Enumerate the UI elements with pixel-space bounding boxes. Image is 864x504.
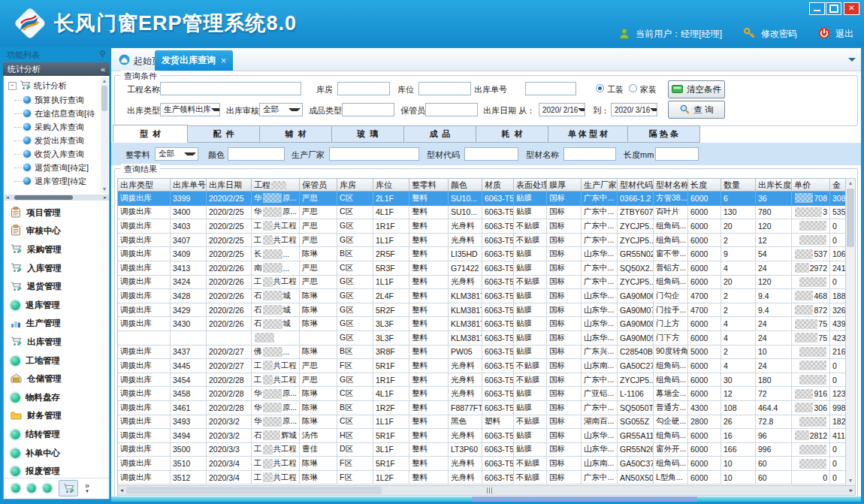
table-cell[interactable]: 439	[830, 317, 846, 330]
table-row[interactable]: G区3L3F整料KLM38176063-T5贴膜国标山东华...GA90M09.…	[118, 331, 846, 346]
table-cell[interactable]: 5R1F	[373, 359, 409, 373]
table-cell[interactable]: 组角码...	[654, 219, 688, 233]
table-cell[interactable]: 严思	[300, 359, 337, 373]
table-cell[interactable]: 山东华...	[582, 289, 618, 303]
sidebar-item-审核中心[interactable]: 审核中心	[4, 222, 109, 241]
table-cell[interactable]: 广东中...	[582, 219, 618, 233]
table-cell[interactable]: 国标	[547, 429, 582, 442]
table-cell[interactable]: 20	[721, 219, 756, 233]
table-cell[interactable]: 2020/2/26	[207, 276, 252, 289]
table-cell[interactable]: LI35HD	[449, 247, 482, 261]
outbound-no-input[interactable]	[525, 82, 576, 95]
table-cell[interactable]: GA90M09.	[618, 331, 654, 345]
table-cell[interactable]: 3409	[171, 247, 207, 261]
table-cell[interactable]: 广亚铝...	[582, 387, 618, 400]
table-cell[interactable]: 陈琳	[300, 346, 337, 359]
material-tab-7[interactable]: 单 体 型 材	[548, 125, 628, 143]
table-cell[interactable]: 6000	[688, 219, 721, 233]
table-cell[interactable]: 塑料	[482, 415, 514, 429]
table-cell[interactable]: 2020/3/2	[207, 429, 252, 442]
table-cell[interactable]: 106	[830, 247, 846, 261]
table-cell[interactable]: 石城	[252, 303, 300, 317]
table-cell[interactable]: 188	[830, 289, 846, 303]
table-cell[interactable]: 6000	[688, 387, 721, 400]
table-cell[interactable]: 60	[756, 471, 792, 484]
table-cell[interactable]: 广东兴...	[582, 346, 618, 359]
table-cell[interactable]: G区	[337, 373, 373, 387]
table-cell[interactable]: 不贴膜	[514, 219, 547, 233]
table-cell[interactable]: GA90M08.	[618, 317, 654, 330]
table-cell[interactable]: 6000	[688, 234, 721, 247]
sidebar-item-结转管理[interactable]: 结转管理	[4, 425, 109, 444]
manufacturer-input[interactable]	[329, 147, 419, 161]
scroll-left-icon[interactable]: ◄	[118, 486, 125, 495]
table-cell[interactable]: GA50C37	[618, 457, 654, 470]
table-cell[interactable]: 3494	[171, 429, 207, 442]
table-cell[interactable]: 6063-T5	[482, 192, 514, 205]
table-cell[interactable]: 普铝方...	[654, 261, 688, 275]
table-cell[interactable]	[207, 331, 252, 345]
column-header[interactable]: 出库单号	[171, 179, 207, 191]
table-cell[interactable]: 5R1F	[373, 429, 409, 442]
table-cell[interactable]: 国标	[547, 331, 582, 345]
table-cell[interactable]: 光身料	[449, 276, 482, 289]
tree-item[interactable]: 预算执行查询	[23, 93, 109, 107]
sidebar-item-工地管理[interactable]: 工地管理	[4, 352, 109, 370]
sidebar-item-财务管理[interactable]: 财务管理	[4, 407, 109, 426]
table-cell[interactable]: 整料	[409, 206, 449, 219]
table-cell[interactable]: SG055Z	[618, 415, 654, 429]
table-cell[interactable]: C区	[337, 206, 373, 219]
keeper-input[interactable]	[425, 103, 478, 116]
table-cell[interactable]: 方管38...	[654, 192, 688, 205]
table-cell[interactable]: 2020/3/4	[207, 471, 252, 484]
table-row[interactable]: 调拨出库34002020/2/25华原...严思C区4L1F整料SU10...6…	[118, 206, 846, 220]
table-cell[interactable]: ZYCJP5...	[618, 276, 654, 289]
table-cell[interactable]: 国标	[547, 387, 582, 400]
table-cell[interactable]: 12	[756, 234, 792, 247]
table-cell[interactable]: 调拨出库	[118, 471, 171, 484]
table-cell[interactable]: 6063-T5	[482, 261, 514, 275]
table-cell[interactable]: 120	[756, 219, 792, 233]
material-tab-6[interactable]: 耗 材	[476, 125, 548, 143]
table-cell[interactable]: 0	[830, 219, 846, 233]
table-cell[interactable]: 广东中...	[582, 471, 618, 484]
table-cell[interactable]: 120	[756, 276, 792, 289]
table-cell[interactable]: 陈琳	[300, 247, 337, 261]
table-cell[interactable]: 国标	[547, 276, 582, 289]
table-cell[interactable]: G区	[337, 289, 373, 303]
table-cell[interactable]: 6000	[688, 429, 721, 442]
scroll-thumb[interactable]	[101, 86, 107, 111]
table-cell[interactable]: 10	[721, 471, 756, 484]
table-cell[interactable]: 6063-T5	[482, 289, 514, 303]
table-cell[interactable]: 2L1F	[373, 192, 409, 205]
radio-work-clothes[interactable]	[596, 84, 604, 92]
sidebar-item-物料盘存[interactable]: 物料盘存	[4, 388, 109, 407]
table-cell[interactable]: 广东中...	[582, 192, 618, 205]
cart-module-button[interactable]	[59, 480, 78, 496]
table-row[interactable]: 调拨出库34242020/2/26工共工程严思G区1L1F整料光身料6063-T…	[118, 276, 846, 290]
table-row[interactable]: 调拨出库33992020/2/25华原...严思C区2L1F整料SU10...6…	[118, 192, 846, 206]
table-cell[interactable]: 华原...	[252, 401, 300, 415]
column-header[interactable]: 型材代码	[618, 179, 654, 191]
table-cell[interactable]: 0	[830, 457, 846, 470]
table-cell[interactable]	[792, 234, 830, 247]
table-cell[interactable]: 整料	[409, 346, 449, 359]
table-cell[interactable]: 326	[830, 303, 846, 317]
table-cell[interactable]: 贴膜	[514, 401, 547, 415]
sidebar-item-采购管理[interactable]: 采购管理	[4, 240, 109, 259]
table-cell[interactable]: G区	[337, 234, 373, 247]
table-cell[interactable]: 26	[721, 415, 756, 429]
column-header[interactable]: 整零料	[409, 179, 449, 191]
tree-item[interactable]: 发货出库查询	[23, 134, 109, 147]
column-header[interactable]: 膜厚	[547, 179, 582, 191]
grid-vertical-scrollbar[interactable]: ▲ ▼	[845, 178, 856, 486]
overflow-chevron-button[interactable]: »▾	[85, 482, 89, 494]
table-cell[interactable]: 调拨出库	[118, 373, 171, 387]
table-cell[interactable]: 6063-T5	[482, 359, 514, 373]
table-cell[interactable]: 3430	[171, 317, 207, 330]
table-cell[interactable]	[792, 219, 830, 233]
table-cell[interactable]: 调拨出库	[118, 346, 171, 359]
clear-conditions-button[interactable]: 清空条件	[668, 80, 725, 98]
table-cell[interactable]: F区	[337, 457, 373, 470]
table-cell[interactable]: 工共工程	[252, 443, 300, 457]
